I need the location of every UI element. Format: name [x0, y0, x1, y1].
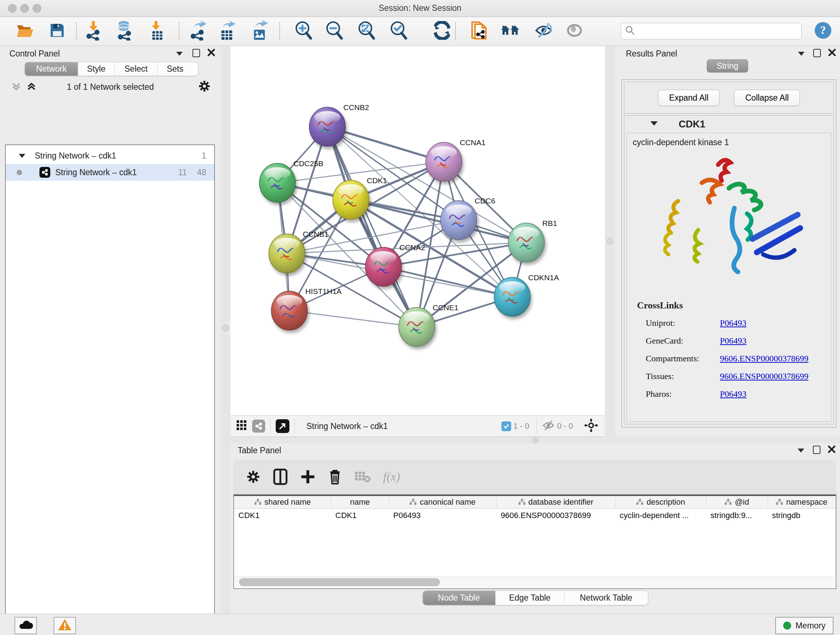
- panel-maximize-icon[interactable]: [193, 49, 200, 57]
- tab-style[interactable]: Style: [78, 62, 115, 76]
- selected-checkbox-icon[interactable]: [501, 421, 511, 431]
- column-header-description[interactable]: description: [615, 496, 706, 508]
- left-splitter[interactable]: [221, 46, 231, 614]
- node-CCNB2[interactable]: CCNB2: [309, 103, 369, 146]
- table-settings-gear-icon[interactable]: [246, 469, 261, 485]
- tab-network-table[interactable]: Network Table: [565, 591, 648, 605]
- search-field[interactable]: [621, 23, 802, 40]
- network-options-gear-icon[interactable]: [197, 79, 211, 95]
- cell-database-identifier: 9606.ENSP00000378699: [501, 511, 614, 520]
- tab-string[interactable]: String: [707, 59, 748, 73]
- node-label-CDK1: CDK1: [367, 176, 387, 185]
- crosslink-genecard[interactable]: P06493: [720, 336, 746, 345]
- horizontal-splitter-handle[interactable]: [532, 437, 538, 443]
- gene-section-header[interactable]: CDK1: [624, 116, 834, 133]
- detach-view-button[interactable]: [276, 419, 289, 433]
- node-label-CCNE1: CCNE1: [433, 303, 458, 312]
- node-HIST1H1A[interactable]: HIST1H1A: [271, 287, 341, 330]
- show-columns-icon[interactable]: [273, 469, 287, 485]
- expand-all-button[interactable]: Expand All: [658, 90, 720, 106]
- horizontal-splitter[interactable]: [231, 437, 840, 443]
- zoom-in-button[interactable]: [292, 20, 314, 42]
- panel-float-icon[interactable]: [176, 52, 183, 56]
- zoom-out-button[interactable]: [323, 20, 345, 42]
- table-horizontal-scrollbar[interactable]: [235, 576, 835, 587]
- export-table-button[interactable]: [216, 20, 238, 42]
- column-header-database-identifier[interactable]: database identifier: [496, 496, 615, 508]
- collection-expand-icon[interactable]: [18, 151, 26, 161]
- crosshair-icon[interactable]: [584, 418, 598, 434]
- export-image-button[interactable]: [249, 20, 271, 42]
- panel-close-icon[interactable]: [828, 48, 836, 58]
- table-row[interactable]: CDK1 CDK1 P06493 9606.ENSP00000378699 cy…: [234, 509, 836, 523]
- add-column-icon[interactable]: [300, 469, 316, 485]
- cell-id: stringdb:9...: [711, 511, 765, 520]
- panel-close-icon[interactable]: [207, 48, 216, 58]
- grid-view-icon[interactable]: [236, 420, 247, 432]
- column-header-namespace[interactable]: namespace: [767, 496, 836, 508]
- panel-maximize-icon[interactable]: [813, 446, 821, 454]
- export-network-button[interactable]: [187, 20, 208, 42]
- edge-HIST1H1A-CCNE1[interactable]: [289, 310, 417, 327]
- edge-CCNA2-CDKN1A[interactable]: [384, 267, 512, 297]
- network-row[interactable]: String Network – cdk1 11 48: [6, 164, 214, 181]
- warning-status-button[interactable]: [54, 617, 76, 634]
- panel-close-icon[interactable]: [827, 445, 836, 455]
- edge-CCNB2-CCNE1[interactable]: [327, 127, 417, 327]
- node-CDC25B[interactable]: CDC25B: [259, 159, 324, 203]
- crosslink-pharos[interactable]: P06493: [720, 389, 746, 399]
- node-CDKN1A[interactable]: CDKN1A: [494, 273, 559, 317]
- node-CDK1[interactable]: CDK1: [333, 176, 387, 219]
- node-RB1[interactable]: RB1: [508, 219, 557, 262]
- import-network-database-button[interactable]: [114, 20, 135, 42]
- delete-column-trash-icon[interactable]: [328, 469, 342, 485]
- column-header-id[interactable]: @id: [706, 496, 767, 508]
- crosslink-uniprot[interactable]: P06493: [720, 318, 746, 328]
- help-button[interactable]: ?: [812, 20, 834, 42]
- tab-select[interactable]: Select: [115, 62, 158, 76]
- right-splitter[interactable]: [605, 46, 615, 439]
- tab-edge-table[interactable]: Edge Table: [496, 591, 565, 605]
- string-view-badge-icon[interactable]: [252, 420, 265, 432]
- hide-selected-button[interactable]: [533, 20, 554, 42]
- section-collapse-icon[interactable]: [650, 120, 658, 128]
- panel-maximize-icon[interactable]: [813, 49, 821, 57]
- confidence-houses-button[interactable]: [499, 20, 521, 42]
- zoom-selected-button[interactable]: [387, 20, 409, 42]
- show-all-button[interactable]: [564, 20, 585, 42]
- crosslink-tissues[interactable]: 9606.ENSP00000378699: [720, 371, 808, 381]
- apply-layout-button[interactable]: [431, 20, 453, 42]
- node-CCNA1[interactable]: CCNA1: [426, 138, 485, 181]
- network-collection-row[interactable]: String Network – cdk1 1: [6, 147, 214, 164]
- svg-text:?: ?: [820, 24, 826, 36]
- tab-sets[interactable]: Sets: [158, 62, 193, 76]
- right-splitter-handle[interactable]: [607, 238, 613, 244]
- panel-float-icon[interactable]: [798, 448, 804, 453]
- node-CCNE1[interactable]: CCNE1: [399, 303, 458, 347]
- tab-network[interactable]: Network: [25, 62, 78, 76]
- crosslink-compartments[interactable]: 9606.ENSP00000378699: [720, 354, 808, 363]
- zoom-fit-button[interactable]: [355, 20, 377, 42]
- cell-shared-name: CDK1: [238, 511, 327, 520]
- collapse-all-button[interactable]: Collapse All: [734, 90, 800, 106]
- open-session-button[interactable]: [14, 20, 36, 42]
- search-input[interactable]: [635, 26, 801, 36]
- memory-button[interactable]: Memory: [775, 617, 834, 634]
- scrollbar-thumb[interactable]: [239, 578, 440, 586]
- node-label-CDC6: CDC6: [475, 196, 495, 205]
- import-table-file-button[interactable]: [146, 20, 168, 42]
- import-network-file-button[interactable]: [82, 20, 104, 42]
- column-header-name[interactable]: name: [331, 496, 389, 508]
- column-header-canonical-name[interactable]: canonical name: [389, 496, 496, 508]
- network-canvas[interactable]: CCNB2CCNA1CDC25BCDK1CDC6RB1CCNB1CCNA2CDK…: [231, 46, 605, 415]
- node-CCNA2[interactable]: CCNA2: [365, 243, 425, 287]
- tab-node-table[interactable]: Node Table: [423, 591, 496, 605]
- column-header-shared-name[interactable]: shared name: [234, 496, 331, 508]
- divider: [294, 419, 295, 433]
- left-splitter-handle[interactable]: [222, 325, 229, 331]
- panel-float-icon[interactable]: [798, 52, 805, 56]
- cloud-status-button[interactable]: [14, 617, 37, 634]
- string-document-button[interactable]: [468, 20, 490, 42]
- save-session-button[interactable]: [46, 20, 68, 42]
- string-document-icon: [470, 20, 488, 42]
